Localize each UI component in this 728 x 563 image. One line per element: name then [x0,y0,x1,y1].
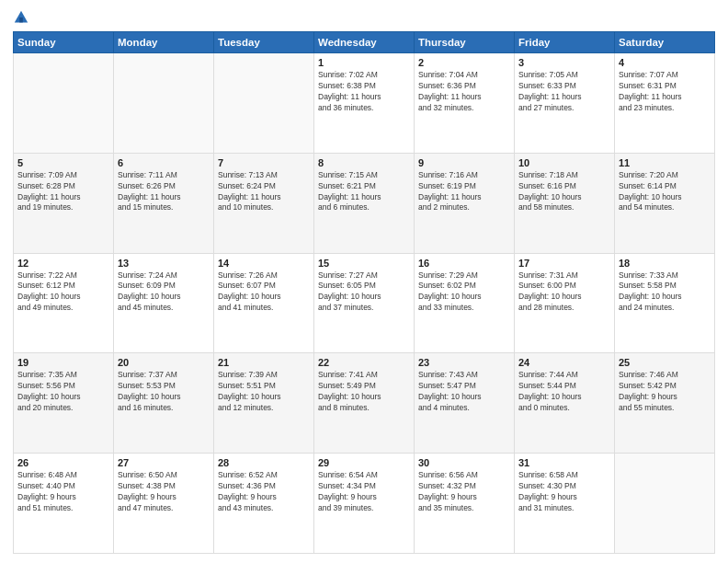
day-number: 18 [619,258,711,269]
day-info: Sunrise: 7:41 AM Sunset: 5:49 PM Dayligh… [318,370,410,414]
calendar-cell: 28Sunrise: 6:52 AM Sunset: 4:36 PM Dayli… [214,454,314,554]
calendar-cell [14,53,114,154]
day-info: Sunrise: 7:15 AM Sunset: 6:21 PM Dayligh… [318,170,410,214]
weekday-header-saturday: Saturday [615,32,715,53]
day-info: Sunrise: 7:43 AM Sunset: 5:47 PM Dayligh… [418,370,510,414]
header [13,9,715,26]
day-info: Sunrise: 7:07 AM Sunset: 6:31 PM Dayligh… [619,70,711,114]
weekday-header-friday: Friday [515,32,615,53]
day-number: 24 [518,357,610,368]
day-number: 7 [218,157,310,168]
calendar-cell: 15Sunrise: 7:27 AM Sunset: 6:05 PM Dayli… [314,253,415,353]
calendar-cell: 25Sunrise: 7:46 AM Sunset: 5:42 PM Dayli… [615,353,715,454]
day-number: 15 [318,258,410,269]
day-info: Sunrise: 6:58 AM Sunset: 4:30 PM Dayligh… [518,470,610,514]
day-info: Sunrise: 7:05 AM Sunset: 6:33 PM Dayligh… [518,70,610,114]
calendar-cell: 5Sunrise: 7:09 AM Sunset: 6:28 PM Daylig… [14,153,114,253]
page: SundayMondayTuesdayWednesdayThursdayFrid… [0,0,728,563]
day-number: 11 [619,157,711,168]
day-number: 9 [418,157,510,168]
day-info: Sunrise: 6:54 AM Sunset: 4:34 PM Dayligh… [318,470,410,514]
calendar-cell: 3Sunrise: 7:05 AM Sunset: 6:33 PM Daylig… [515,53,615,154]
weekday-header-sunday: Sunday [14,32,114,53]
calendar-cell [615,454,715,554]
day-number: 4 [619,57,711,68]
day-info: Sunrise: 7:24 AM Sunset: 6:09 PM Dayligh… [118,270,210,315]
day-number: 12 [17,258,109,269]
day-info: Sunrise: 7:11 AM Sunset: 6:26 PM Dayligh… [118,170,210,214]
day-number: 23 [418,357,510,368]
day-number: 10 [518,157,610,168]
day-info: Sunrise: 7:35 AM Sunset: 5:56 PM Dayligh… [17,370,109,414]
day-info: Sunrise: 7:44 AM Sunset: 5:44 PM Dayligh… [518,370,610,414]
day-number: 19 [17,357,109,368]
calendar-cell: 24Sunrise: 7:44 AM Sunset: 5:44 PM Dayli… [515,353,615,454]
day-number: 27 [118,457,210,468]
day-info: Sunrise: 6:50 AM Sunset: 4:38 PM Dayligh… [118,470,210,514]
calendar-week-row: 5Sunrise: 7:09 AM Sunset: 6:28 PM Daylig… [14,153,715,253]
weekday-header-row: SundayMondayTuesdayWednesdayThursdayFrid… [14,32,715,53]
calendar-cell [114,53,214,154]
calendar-table: SundayMondayTuesdayWednesdayThursdayFrid… [13,31,715,554]
calendar-cell [214,53,314,154]
calendar-week-row: 1Sunrise: 7:02 AM Sunset: 6:38 PM Daylig… [14,53,715,154]
weekday-header-tuesday: Tuesday [214,32,314,53]
calendar-cell: 4Sunrise: 7:07 AM Sunset: 6:31 PM Daylig… [615,53,715,154]
calendar-cell: 7Sunrise: 7:13 AM Sunset: 6:24 PM Daylig… [214,153,314,253]
calendar-week-row: 19Sunrise: 7:35 AM Sunset: 5:56 PM Dayli… [14,353,715,454]
day-info: Sunrise: 7:20 AM Sunset: 6:14 PM Dayligh… [619,170,711,214]
weekday-header-monday: Monday [114,32,214,53]
calendar-cell: 23Sunrise: 7:43 AM Sunset: 5:47 PM Dayli… [415,353,515,454]
calendar-cell: 1Sunrise: 7:02 AM Sunset: 6:38 PM Daylig… [314,53,415,154]
day-info: Sunrise: 7:02 AM Sunset: 6:38 PM Dayligh… [318,70,410,114]
day-number: 28 [218,457,310,468]
calendar-cell: 12Sunrise: 7:22 AM Sunset: 6:12 PM Dayli… [14,253,114,353]
calendar-cell: 16Sunrise: 7:29 AM Sunset: 6:02 PM Dayli… [415,253,515,353]
day-info: Sunrise: 7:46 AM Sunset: 5:42 PM Dayligh… [619,370,711,414]
day-info: Sunrise: 7:29 AM Sunset: 6:02 PM Dayligh… [418,270,510,315]
day-info: Sunrise: 7:04 AM Sunset: 6:36 PM Dayligh… [418,70,510,114]
day-number: 21 [218,357,310,368]
day-info: Sunrise: 7:13 AM Sunset: 6:24 PM Dayligh… [218,170,310,214]
calendar-cell: 13Sunrise: 7:24 AM Sunset: 6:09 PM Dayli… [114,253,214,353]
day-info: Sunrise: 7:16 AM Sunset: 6:19 PM Dayligh… [418,170,510,214]
day-info: Sunrise: 6:52 AM Sunset: 4:36 PM Dayligh… [218,470,310,514]
calendar-cell: 29Sunrise: 6:54 AM Sunset: 4:34 PM Dayli… [314,454,415,554]
day-number: 8 [318,157,410,168]
calendar-cell: 2Sunrise: 7:04 AM Sunset: 6:36 PM Daylig… [415,53,515,154]
calendar-cell: 9Sunrise: 7:16 AM Sunset: 6:19 PM Daylig… [415,153,515,253]
calendar-cell: 19Sunrise: 7:35 AM Sunset: 5:56 PM Dayli… [14,353,114,454]
svg-rect-1 [19,17,23,22]
day-number: 20 [118,357,210,368]
day-info: Sunrise: 6:56 AM Sunset: 4:32 PM Dayligh… [418,470,510,514]
day-number: 5 [17,157,109,168]
day-number: 26 [17,457,109,468]
day-info: Sunrise: 6:48 AM Sunset: 4:40 PM Dayligh… [17,470,109,514]
day-number: 6 [118,157,210,168]
day-number: 16 [418,258,510,269]
calendar-week-row: 26Sunrise: 6:48 AM Sunset: 4:40 PM Dayli… [14,454,715,554]
day-info: Sunrise: 7:31 AM Sunset: 6:00 PM Dayligh… [518,270,610,315]
day-number: 25 [619,357,711,368]
day-number: 22 [318,357,410,368]
day-info: Sunrise: 7:39 AM Sunset: 5:51 PM Dayligh… [218,370,310,414]
day-number: 3 [518,57,610,68]
calendar-cell: 27Sunrise: 6:50 AM Sunset: 4:38 PM Dayli… [114,454,214,554]
logo-icon [13,9,29,26]
day-number: 29 [318,457,410,468]
day-info: Sunrise: 7:18 AM Sunset: 6:16 PM Dayligh… [518,170,610,214]
logo [13,9,33,26]
day-info: Sunrise: 7:27 AM Sunset: 6:05 PM Dayligh… [318,270,410,315]
calendar-cell: 17Sunrise: 7:31 AM Sunset: 6:00 PM Dayli… [515,253,615,353]
calendar-cell: 18Sunrise: 7:33 AM Sunset: 5:58 PM Dayli… [615,253,715,353]
calendar-cell: 6Sunrise: 7:11 AM Sunset: 6:26 PM Daylig… [114,153,214,253]
day-number: 1 [318,57,410,68]
calendar-cell: 11Sunrise: 7:20 AM Sunset: 6:14 PM Dayli… [615,153,715,253]
calendar-cell: 20Sunrise: 7:37 AM Sunset: 5:53 PM Dayli… [114,353,214,454]
calendar-cell: 21Sunrise: 7:39 AM Sunset: 5:51 PM Dayli… [214,353,314,454]
day-number: 13 [118,258,210,269]
day-number: 17 [518,258,610,269]
day-info: Sunrise: 7:22 AM Sunset: 6:12 PM Dayligh… [17,270,109,315]
day-info: Sunrise: 7:37 AM Sunset: 5:53 PM Dayligh… [118,370,210,414]
calendar-cell: 10Sunrise: 7:18 AM Sunset: 6:16 PM Dayli… [515,153,615,253]
